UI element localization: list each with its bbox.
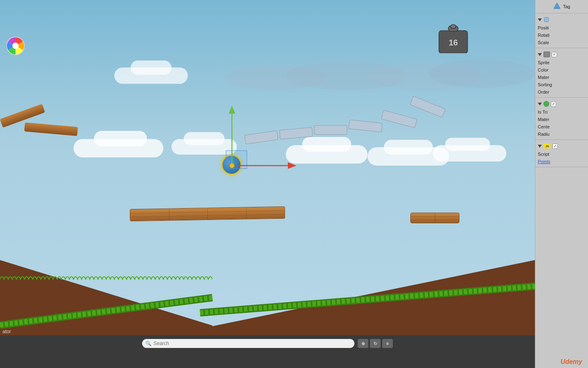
right-inspector-panel: Tag Positi Rotati Scale ✓ Sprite <box>535 0 588 368</box>
script-collapse-icon <box>538 145 542 148</box>
panel-top-icons: Tag <box>535 0 588 13</box>
collider-collapse-icon <box>538 103 542 105</box>
svg-point-16 <box>12 43 18 49</box>
script-header[interactable]: Js ✓ <box>538 141 586 150</box>
game-viewport: 16 <box>0 0 535 352</box>
grass-overlay-left <box>0 272 212 280</box>
collider-checkbox[interactable]: ✓ <box>551 101 556 107</box>
rotation-label: Rotati <box>538 33 550 38</box>
center-label: Cente <box>538 124 550 129</box>
cloud-1a <box>131 61 172 75</box>
rotate-icon-btn[interactable]: ↻ <box>370 339 381 348</box>
collider-section: ✓ Is Tri Mater Cente Radiu <box>535 98 588 140</box>
points-link[interactable]: Points <box>538 159 550 164</box>
svg-text:16: 16 <box>449 38 458 47</box>
svg-rect-4 <box>381 110 417 128</box>
bottom-icon-group: ⊕ ↻ ≡ <box>358 339 393 348</box>
svg-rect-1 <box>279 128 313 139</box>
color-row: Color <box>538 66 586 74</box>
sprite-renderer-icon <box>543 52 550 57</box>
order-label: Order <box>538 90 549 94</box>
radius-label: Radiu <box>538 132 550 137</box>
material-row-1: Mater <box>538 74 586 81</box>
udemy-logo: Udemy <box>561 358 582 366</box>
script-js-icon: Js <box>543 143 551 149</box>
sprite-renderer-checkbox[interactable]: ✓ <box>552 52 557 57</box>
position-row: Positi <box>538 24 586 31</box>
transform-section: Positi Rotati Scale <box>535 13 588 48</box>
script-section: Js ✓ Script Points <box>535 140 588 167</box>
is-trigger-label: Is Tri <box>538 110 548 114</box>
material-row-2: Mater <box>538 116 586 123</box>
svg-rect-3 <box>349 120 382 132</box>
platform-right <box>410 213 459 223</box>
script-label: Script <box>538 152 549 157</box>
search-input[interactable] <box>154 341 351 346</box>
cloud-6a <box>445 138 490 151</box>
svg-rect-2 <box>314 126 347 135</box>
tag-label: Tag <box>563 4 570 9</box>
collider-icon <box>543 101 549 107</box>
svg-rect-5 <box>410 96 445 117</box>
center-row: Cente <box>538 123 586 130</box>
bottom-bar: 🔍 ⊕ ↻ ≡ <box>0 335 535 352</box>
material-label-2: Mater <box>538 117 549 122</box>
transform-header[interactable] <box>538 15 586 24</box>
color-triangle-icon <box>553 2 561 11</box>
weight-number: 16 <box>449 38 458 47</box>
material-label-1: Mater <box>538 75 549 80</box>
color-label: Color <box>538 67 548 72</box>
sprite-renderer-section: ✓ Sprite Color Mater Sorting Order <box>535 48 588 98</box>
selection-box <box>226 150 247 169</box>
transform-collapse-icon <box>538 18 542 21</box>
sorting-row: Sorting <box>538 81 586 88</box>
script-checkbox[interactable]: ✓ <box>552 144 558 149</box>
collider-header[interactable]: ✓ <box>538 99 586 108</box>
svg-marker-17 <box>554 3 560 9</box>
scale-row: Scale <box>538 39 586 46</box>
cloud-3a <box>184 132 225 145</box>
points-row: Points <box>538 158 586 165</box>
radius-row: Radiu <box>538 130 586 138</box>
sprite-renderer-header[interactable]: ✓ <box>538 50 586 59</box>
rope-bridge-svg <box>241 92 449 159</box>
search-bar: 🔍 <box>142 339 354 348</box>
order-row: Order <box>538 88 586 96</box>
menu-icon-btn[interactable]: ≡ <box>382 339 393 348</box>
script-row: Script <box>538 150 586 158</box>
weight-object: 16 <box>437 22 470 53</box>
sprite-label: Sprite <box>538 60 550 65</box>
scale-label: Scale <box>538 40 549 45</box>
bg-hill-4 <box>429 59 535 88</box>
move-icon-btn[interactable]: ⊕ <box>358 339 368 348</box>
sorting-label: Sorting <box>538 82 552 87</box>
cloud-2a <box>94 131 147 146</box>
position-label: Positi <box>538 25 549 30</box>
is-trigger-row: Is Tri <box>538 108 586 116</box>
sprite-renderer-collapse-icon <box>538 53 542 56</box>
search-icon: 🔍 <box>145 341 151 346</box>
rotation-row: Rotati <box>538 31 586 39</box>
svg-rect-8 <box>451 25 456 29</box>
color-wheel-icon[interactable] <box>6 36 25 56</box>
svg-rect-0 <box>245 131 278 144</box>
transform-icon <box>543 17 549 22</box>
sprite-row: Sprite <box>538 59 586 66</box>
animator-label: ator <box>0 328 13 335</box>
